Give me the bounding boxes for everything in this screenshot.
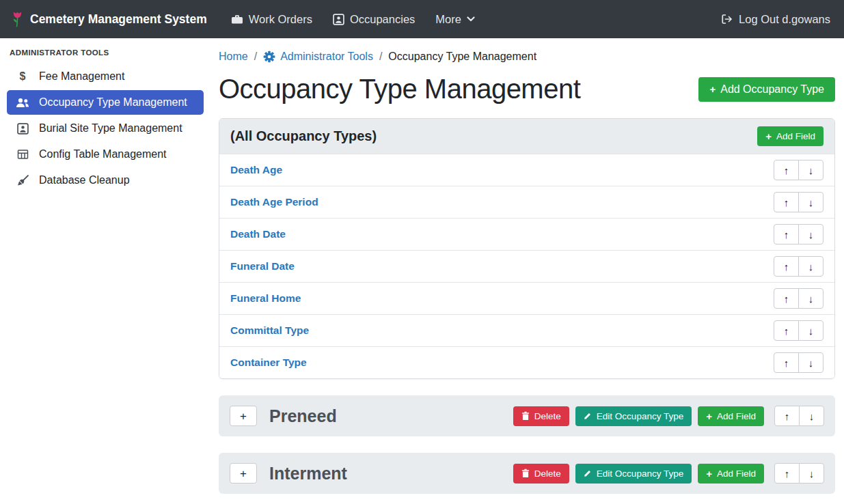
field-link[interactable]: Container Type	[230, 356, 307, 369]
pencil-icon	[584, 469, 592, 477]
reorder-controls: ↑ ↓	[774, 160, 823, 180]
sidebar-item-config-table-management[interactable]: Config Table Management	[7, 142, 204, 167]
add-field-button[interactable]: + Add Field	[698, 406, 764, 426]
field-link[interactable]: Death Age Period	[230, 196, 318, 208]
main-content: Home / Administrator Tools / Occupanc	[219, 38, 835, 504]
move-up-button[interactable]: ↑	[774, 256, 799, 277]
trash-icon	[521, 468, 530, 478]
field-link[interactable]: Funeral Date	[230, 260, 295, 272]
expand-button[interactable]: +	[230, 406, 257, 426]
nav-more[interactable]: More	[435, 13, 475, 26]
move-up-button[interactable]: ↑	[774, 406, 800, 426]
move-up-button[interactable]: ↑	[774, 288, 799, 309]
plus-icon: +	[706, 468, 712, 479]
reorder-controls: ↑ ↓	[774, 288, 823, 309]
section-title: Interment	[269, 464, 347, 484]
field-row: Death Age ↑ ↓	[219, 154, 834, 186]
page-header: Occupancy Type Management + Add Occupanc…	[219, 74, 835, 104]
breadcrumb-administrator-tools[interactable]: Administrator Tools	[263, 51, 373, 63]
move-down-button[interactable]: ↓	[798, 192, 823, 212]
expand-button[interactable]: +	[230, 463, 257, 484]
trash-icon	[521, 411, 530, 421]
field-row: Death Date ↑ ↓	[219, 218, 834, 250]
nav-work-orders[interactable]: Work Orders	[231, 13, 312, 26]
move-down-button[interactable]: ↓	[798, 160, 823, 180]
add-occupancy-type-button[interactable]: + Add Occupancy Type	[698, 77, 835, 102]
add-field-button[interactable]: + Add Field	[757, 126, 823, 146]
reorder-controls: ↑ ↓	[774, 463, 824, 484]
reorder-controls: ↑ ↓	[774, 192, 823, 212]
move-up-button[interactable]: ↑	[774, 160, 799, 180]
app-brand[interactable]: Cemetery Management System	[11, 10, 207, 28]
move-up-button[interactable]: ↑	[774, 320, 799, 341]
section-actions: Delete Edit Occupancy Type + Add Field ↑…	[513, 463, 824, 484]
sidebar-item-fee-management[interactable]: $ Fee Management	[7, 64, 204, 89]
reorder-controls: ↑ ↓	[774, 256, 823, 277]
reorder-controls: ↑ ↓	[774, 224, 823, 244]
field-link[interactable]: Death Age	[230, 164, 282, 176]
move-down-button[interactable]: ↓	[798, 288, 823, 309]
sidebar-heading: ADMINISTRATOR TOOLS	[0, 38, 210, 63]
move-up-button[interactable]: ↑	[774, 463, 800, 484]
move-up-button[interactable]: ↑	[774, 224, 799, 244]
broom-icon	[15, 175, 30, 186]
add-field-label: Add Field	[717, 468, 756, 479]
field-row: Death Age Period ↑ ↓	[219, 186, 834, 218]
delete-label: Delete	[534, 411, 561, 421]
delete-button[interactable]: Delete	[513, 464, 569, 484]
field-link[interactable]: Committal Type	[230, 324, 309, 337]
sidebar: ADMINISTRATOR TOOLS $ Fee Management Occ…	[0, 38, 210, 504]
add-field-label: Add Field	[717, 411, 756, 421]
chevron-down-icon	[467, 16, 475, 22]
nav-more-label: More	[435, 13, 461, 26]
gear-icon	[263, 51, 275, 63]
add-occupancy-type-label: Add Occupancy Type	[720, 83, 824, 96]
add-field-label: Add Field	[776, 131, 815, 141]
app-title: Cemetery Management System	[30, 12, 207, 27]
move-down-button[interactable]: ↓	[799, 406, 824, 426]
nav-occupancies[interactable]: Occupancies	[333, 13, 415, 26]
move-down-button[interactable]: ↓	[798, 224, 823, 244]
users-icon	[15, 98, 30, 108]
table-icon	[15, 149, 30, 160]
move-down-button[interactable]: ↓	[798, 320, 823, 341]
field-link[interactable]: Death Date	[230, 228, 286, 240]
move-down-button[interactable]: ↓	[799, 463, 824, 484]
move-up-button[interactable]: ↑	[774, 352, 799, 373]
reorder-controls: ↑ ↓	[774, 320, 823, 341]
sidebar-item-label: Occupancy Type Management	[39, 96, 187, 109]
breadcrumb-separator: /	[379, 51, 382, 63]
move-up-button[interactable]: ↑	[774, 192, 799, 212]
dollar-icon: $	[15, 70, 30, 83]
reorder-controls: ↑ ↓	[774, 352, 823, 373]
plus-icon: +	[706, 411, 712, 421]
move-down-button[interactable]: ↓	[798, 352, 823, 373]
breadcrumb-current-page: Occupancy Type Management	[388, 51, 536, 63]
field-row: Funeral Date ↑ ↓	[219, 250, 834, 282]
section-title: Preneed	[269, 406, 337, 426]
portrait-icon	[15, 123, 30, 135]
sidebar-item-label: Burial Site Type Management	[39, 122, 182, 135]
card-header: (All Occupancy Types) + Add Field	[219, 119, 834, 154]
logout-icon	[721, 14, 733, 25]
occupancies-icon	[333, 14, 344, 25]
delete-label: Delete	[534, 468, 561, 479]
edit-occupancy-type-button[interactable]: Edit Occupancy Type	[575, 464, 692, 484]
logout-link[interactable]: Log Out d.gowans	[721, 13, 830, 26]
add-field-button[interactable]: + Add Field	[698, 464, 764, 484]
work-orders-icon	[231, 14, 243, 25]
logout-label: Log Out d.gowans	[739, 13, 830, 26]
move-down-button[interactable]: ↓	[798, 256, 823, 277]
breadcrumb-home[interactable]: Home	[219, 51, 248, 63]
sidebar-item-label: Config Table Management	[39, 148, 167, 160]
edit-occupancy-type-button[interactable]: Edit Occupancy Type	[575, 406, 692, 426]
sidebar-item-occupancy-type-management[interactable]: Occupancy Type Management	[7, 90, 204, 115]
nav-occupancies-label: Occupancies	[350, 13, 415, 26]
sidebar-item-database-cleanup[interactable]: Database Cleanup	[7, 168, 204, 193]
breadcrumb-separator: /	[254, 51, 257, 63]
sidebar-item-label: Database Cleanup	[39, 174, 130, 186]
field-row: Funeral Home ↑ ↓	[219, 282, 834, 314]
delete-button[interactable]: Delete	[513, 406, 569, 426]
field-link[interactable]: Funeral Home	[230, 292, 301, 305]
sidebar-item-burial-site-type-management[interactable]: Burial Site Type Management	[7, 116, 204, 141]
